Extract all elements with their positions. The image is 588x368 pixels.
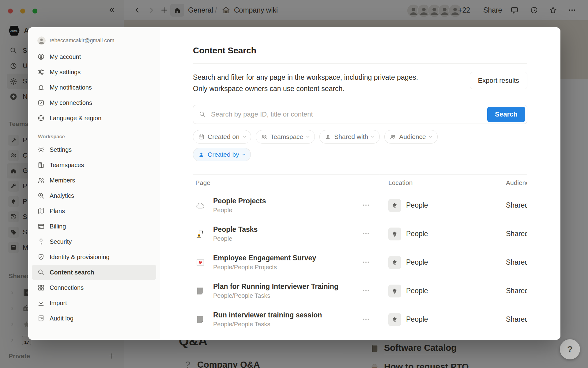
shield-icon <box>37 253 45 261</box>
search-button[interactable]: Search <box>487 107 525 122</box>
bell-icon <box>37 84 45 91</box>
gear-icon <box>37 146 45 153</box>
search-bar: Search <box>193 105 527 124</box>
settings-menu-item[interactable]: Analytics <box>32 188 156 203</box>
chevron-down-icon <box>242 135 247 139</box>
table-header: Page Location Audience <box>193 174 527 191</box>
content-search-panel: Content Search Search and filter for any… <box>160 27 560 340</box>
linkout-icon <box>37 99 45 106</box>
page-title-cell[interactable]: People Projects <box>213 197 266 205</box>
page-path: People <box>213 207 266 214</box>
chevron-down-icon <box>428 135 433 139</box>
filter-chip[interactable]: Shared with <box>319 130 380 144</box>
settings-menu-item[interactable]: My notifications <box>32 80 156 95</box>
row-more-options-icon[interactable] <box>361 258 371 266</box>
results-table: Page Location Audience People Projects P… <box>193 174 527 340</box>
search-icon <box>199 111 206 118</box>
chevron-down-icon <box>306 135 310 139</box>
search-icon <box>37 269 45 276</box>
page-description: Search and filter for any page in the wo… <box>193 72 418 94</box>
settings-menu-item[interactable]: Settings <box>32 142 156 157</box>
settings-menu-item[interactable]: Security <box>32 234 156 249</box>
page-cell: People Tasks People <box>195 220 258 248</box>
audience-cell: Shared <box>506 305 527 334</box>
page-cell: Run interviewer training session People/… <box>195 305 322 334</box>
settings-menu-item[interactable]: Members <box>32 173 156 188</box>
teamspace-flower-icon <box>391 259 398 266</box>
page-title-cell[interactable]: Plan for Running Interviewer Training <box>213 282 338 291</box>
page-cell: People Projects People <box>195 191 266 220</box>
settings-menu-item[interactable]: My connections <box>32 95 156 110</box>
help-button[interactable]: ? <box>560 339 580 359</box>
row-more-options-icon[interactable] <box>361 230 371 238</box>
settings-menu-item[interactable]: Content search <box>32 265 156 280</box>
audience-cell: Shared <box>506 220 527 248</box>
teamspace-flower-icon <box>391 230 398 238</box>
settings-menu-item[interactable]: Import <box>32 295 156 311</box>
page-title-cell[interactable]: Employee Engagement Survey <box>213 254 316 262</box>
account-header: rebeccamcakir@gmail.com <box>37 36 160 45</box>
filter-chip-created-by[interactable]: Created by <box>193 148 251 161</box>
column-header-audience: Audience <box>506 174 527 191</box>
sliders-icon <box>37 68 45 76</box>
filter-chip[interactable]: Teamspace <box>256 130 315 144</box>
row-more-options-icon[interactable] <box>361 287 371 295</box>
export-results-button[interactable]: Export results <box>470 72 528 89</box>
user-avatar <box>37 36 46 45</box>
settings-menu-item[interactable]: Language & region <box>32 110 156 126</box>
page-path: People <box>213 235 258 242</box>
page-path: People/People Projects <box>213 264 316 271</box>
pagegrey-icon <box>195 315 205 324</box>
teamspace-flower-icon <box>391 287 398 295</box>
buildings-icon <box>37 161 45 169</box>
people2-icon <box>37 177 45 184</box>
settings-menu-item[interactable]: Billing <box>32 219 156 234</box>
audience-cell: Shared <box>506 277 527 305</box>
table-row[interactable]: Plan for Running Interviewer Training Pe… <box>193 277 527 305</box>
page-title-cell[interactable]: Run interviewer training session <box>213 311 322 319</box>
personCircle-icon <box>37 53 45 60</box>
location-cell: People <box>388 305 428 334</box>
settings-dialog: rebeccamcakir@gmail.com My account My se… <box>28 27 560 340</box>
table-row[interactable]: Employee Engagement Survey People/People… <box>193 248 527 277</box>
search-input[interactable] <box>210 110 487 119</box>
page-title-cell[interactable]: People Tasks <box>213 225 258 234</box>
table-row[interactable]: People Tasks People People Shared <box>193 220 527 248</box>
settings-menu-item[interactable]: Plans <box>32 203 156 219</box>
divider <box>193 63 527 64</box>
settings-menu-item[interactable]: Teamspaces <box>32 157 156 173</box>
page-path: People/People Tasks <box>213 321 322 328</box>
column-header-location: Location <box>388 174 413 191</box>
scroll-icon <box>37 315 45 322</box>
analytics-icon <box>37 192 45 199</box>
location-cell: People <box>388 248 428 277</box>
account-menu-list: My account My settings My notifications … <box>28 49 160 126</box>
workspace-section-label: Workspace <box>38 134 160 140</box>
row-more-options-icon[interactable] <box>361 201 371 209</box>
row-more-options-icon[interactable] <box>361 315 371 323</box>
settings-menu-item[interactable]: Audit log <box>32 311 156 326</box>
page-cell: Employee Engagement Survey People/People… <box>195 248 316 277</box>
teamspace-flower-icon <box>391 316 398 323</box>
workspace-menu-list: Settings Teamspaces Members Analytics Pl… <box>28 142 160 326</box>
settings-menu-item[interactable]: Identity & provisioning <box>32 249 156 265</box>
settings-menu-item[interactable]: Connections <box>32 280 156 295</box>
filter-chip[interactable]: Audience <box>384 130 438 144</box>
settings-menu-item[interactable]: My account <box>32 49 156 64</box>
location-cell: People <box>388 277 428 305</box>
person-icon <box>198 151 205 158</box>
settings-menu-item[interactable]: My settings <box>32 64 156 80</box>
people2-icon <box>261 134 267 140</box>
map-icon <box>37 207 45 215</box>
table-row[interactable]: People Projects People People Shared <box>193 191 527 220</box>
account-email: rebeccamcakir@gmail.com <box>50 37 114 44</box>
page-cell: Plan for Running Interviewer Training Pe… <box>195 277 338 305</box>
pagegrey-icon <box>195 286 205 296</box>
table-body: People Projects People People Shared Peo… <box>193 191 527 334</box>
column-header-page: Page <box>195 174 210 191</box>
audience-cell: Shared <box>506 248 527 277</box>
card-icon <box>37 223 45 230</box>
app-window: General / Company wiki +22 Share ACME A … <box>0 0 588 368</box>
table-row[interactable]: Run interviewer training session People/… <box>193 305 527 334</box>
filter-chip[interactable]: Created on <box>193 130 251 144</box>
